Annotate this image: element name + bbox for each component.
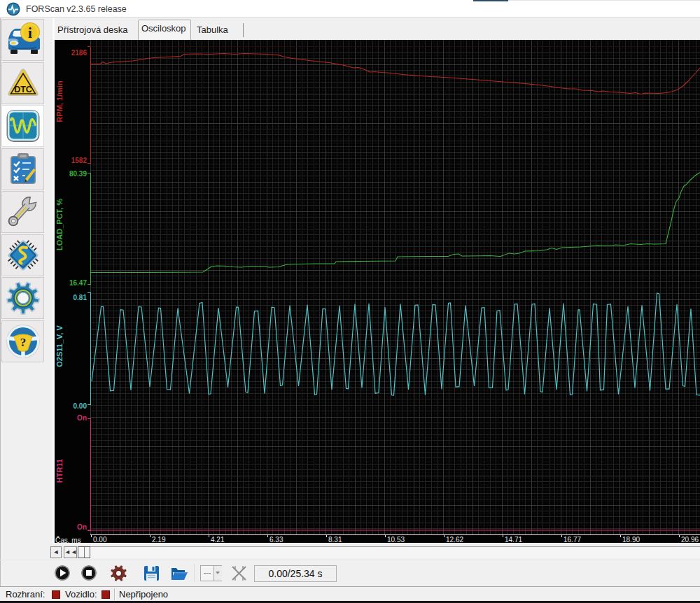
svg-text:RPM, 1/min: RPM, 1/min [55,80,64,122]
svg-text:i: i [28,24,32,41]
svg-text:0.00: 0.00 [74,402,88,410]
svg-text:HTR11: HTR11 [55,459,64,483]
svg-text:2186: 2186 [71,49,88,57]
svg-text:O2S11_V, V: O2S11_V, V [55,325,64,367]
svg-text:0.00: 0.00 [93,536,107,544]
svg-text:80.39: 80.39 [69,170,87,178]
svg-text:6.33: 6.33 [270,536,284,544]
svg-text:8.31: 8.31 [328,536,342,544]
svg-text:0.81: 0.81 [74,294,88,302]
svg-text:Čas, ms: Čas, ms [55,536,81,544]
svg-text:20.96: 20.96 [681,536,699,544]
svg-text:On: On [77,523,87,531]
svg-text:16.77: 16.77 [564,536,581,544]
svg-text:10.53: 10.53 [387,536,405,544]
svg-text:16.47: 16.47 [69,279,87,287]
svg-text:LOAD_PCT, %: LOAD_PCT, % [55,199,64,250]
svg-text:On: On [77,414,87,422]
svg-text:?: ? [20,336,26,349]
svg-text:4.21: 4.21 [211,536,225,544]
svg-text:14.71: 14.71 [505,536,522,544]
svg-text:12.62: 12.62 [446,536,463,544]
svg-text:18.90: 18.90 [622,536,640,544]
svg-text:DTC: DTC [14,85,32,94]
svg-text:2.19: 2.19 [152,536,166,544]
svg-text:1582: 1582 [71,157,88,164]
